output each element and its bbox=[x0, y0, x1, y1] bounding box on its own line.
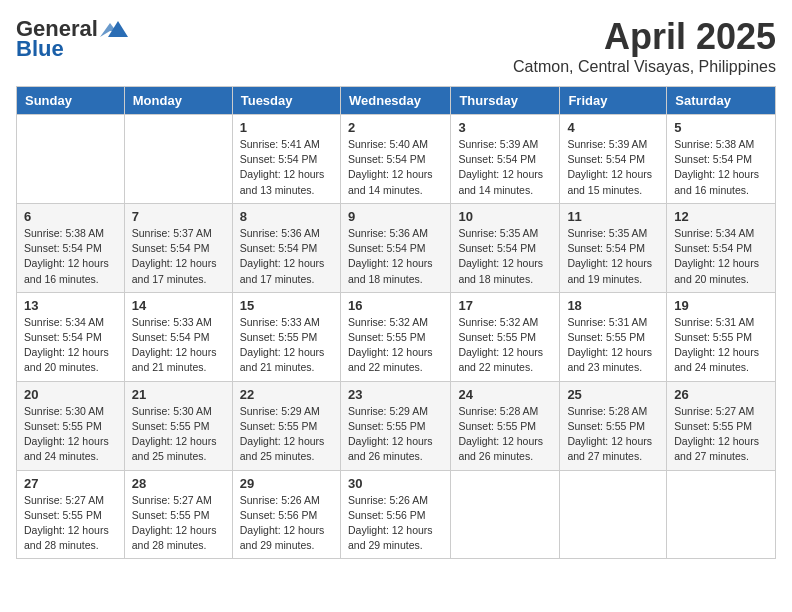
day-info: Sunrise: 5:26 AM Sunset: 5:56 PM Dayligh… bbox=[348, 493, 443, 554]
day-info: Sunrise: 5:29 AM Sunset: 5:55 PM Dayligh… bbox=[240, 404, 333, 465]
calendar-cell: 8Sunrise: 5:36 AM Sunset: 5:54 PM Daylig… bbox=[232, 203, 340, 292]
logo: General Blue bbox=[16, 16, 128, 62]
calendar-header-saturday: Saturday bbox=[667, 87, 776, 115]
day-info: Sunrise: 5:41 AM Sunset: 5:54 PM Dayligh… bbox=[240, 137, 333, 198]
day-info: Sunrise: 5:35 AM Sunset: 5:54 PM Dayligh… bbox=[567, 226, 659, 287]
calendar-cell: 3Sunrise: 5:39 AM Sunset: 5:54 PM Daylig… bbox=[451, 115, 560, 204]
day-number: 14 bbox=[132, 298, 225, 313]
day-number: 11 bbox=[567, 209, 659, 224]
day-number: 5 bbox=[674, 120, 768, 135]
calendar-cell: 24Sunrise: 5:28 AM Sunset: 5:55 PM Dayli… bbox=[451, 381, 560, 470]
calendar-cell: 29Sunrise: 5:26 AM Sunset: 5:56 PM Dayli… bbox=[232, 470, 340, 559]
calendar-cell: 28Sunrise: 5:27 AM Sunset: 5:55 PM Dayli… bbox=[124, 470, 232, 559]
calendar-cell: 11Sunrise: 5:35 AM Sunset: 5:54 PM Dayli… bbox=[560, 203, 667, 292]
day-number: 3 bbox=[458, 120, 552, 135]
day-number: 16 bbox=[348, 298, 443, 313]
day-info: Sunrise: 5:39 AM Sunset: 5:54 PM Dayligh… bbox=[567, 137, 659, 198]
location-title: Catmon, Central Visayas, Philippines bbox=[513, 58, 776, 76]
day-number: 1 bbox=[240, 120, 333, 135]
day-number: 17 bbox=[458, 298, 552, 313]
calendar-table: SundayMondayTuesdayWednesdayThursdayFrid… bbox=[16, 86, 776, 559]
calendar-header-wednesday: Wednesday bbox=[340, 87, 450, 115]
calendar-cell: 13Sunrise: 5:34 AM Sunset: 5:54 PM Dayli… bbox=[17, 292, 125, 381]
calendar-cell: 6Sunrise: 5:38 AM Sunset: 5:54 PM Daylig… bbox=[17, 203, 125, 292]
day-number: 12 bbox=[674, 209, 768, 224]
calendar-cell: 15Sunrise: 5:33 AM Sunset: 5:55 PM Dayli… bbox=[232, 292, 340, 381]
calendar-cell: 25Sunrise: 5:28 AM Sunset: 5:55 PM Dayli… bbox=[560, 381, 667, 470]
day-info: Sunrise: 5:30 AM Sunset: 5:55 PM Dayligh… bbox=[24, 404, 117, 465]
day-number: 28 bbox=[132, 476, 225, 491]
calendar-cell: 30Sunrise: 5:26 AM Sunset: 5:56 PM Dayli… bbox=[340, 470, 450, 559]
logo-blue-text: Blue bbox=[16, 36, 64, 62]
day-info: Sunrise: 5:38 AM Sunset: 5:54 PM Dayligh… bbox=[674, 137, 768, 198]
calendar-week-row: 20Sunrise: 5:30 AM Sunset: 5:55 PM Dayli… bbox=[17, 381, 776, 470]
calendar-cell: 18Sunrise: 5:31 AM Sunset: 5:55 PM Dayli… bbox=[560, 292, 667, 381]
day-number: 8 bbox=[240, 209, 333, 224]
calendar-week-row: 13Sunrise: 5:34 AM Sunset: 5:54 PM Dayli… bbox=[17, 292, 776, 381]
day-number: 6 bbox=[24, 209, 117, 224]
calendar-header-sunday: Sunday bbox=[17, 87, 125, 115]
day-info: Sunrise: 5:26 AM Sunset: 5:56 PM Dayligh… bbox=[240, 493, 333, 554]
day-info: Sunrise: 5:33 AM Sunset: 5:55 PM Dayligh… bbox=[240, 315, 333, 376]
day-info: Sunrise: 5:33 AM Sunset: 5:54 PM Dayligh… bbox=[132, 315, 225, 376]
day-number: 22 bbox=[240, 387, 333, 402]
page-header: General Blue April 2025 Catmon, Central … bbox=[16, 16, 776, 76]
day-info: Sunrise: 5:40 AM Sunset: 5:54 PM Dayligh… bbox=[348, 137, 443, 198]
day-number: 9 bbox=[348, 209, 443, 224]
day-number: 26 bbox=[674, 387, 768, 402]
calendar-cell: 14Sunrise: 5:33 AM Sunset: 5:54 PM Dayli… bbox=[124, 292, 232, 381]
calendar-week-row: 1Sunrise: 5:41 AM Sunset: 5:54 PM Daylig… bbox=[17, 115, 776, 204]
day-number: 18 bbox=[567, 298, 659, 313]
day-number: 2 bbox=[348, 120, 443, 135]
logo-icon bbox=[100, 19, 128, 39]
day-number: 27 bbox=[24, 476, 117, 491]
day-info: Sunrise: 5:31 AM Sunset: 5:55 PM Dayligh… bbox=[567, 315, 659, 376]
calendar-header-row: SundayMondayTuesdayWednesdayThursdayFrid… bbox=[17, 87, 776, 115]
day-info: Sunrise: 5:27 AM Sunset: 5:55 PM Dayligh… bbox=[132, 493, 225, 554]
day-number: 29 bbox=[240, 476, 333, 491]
day-number: 20 bbox=[24, 387, 117, 402]
month-title: April 2025 bbox=[513, 16, 776, 58]
calendar-header-thursday: Thursday bbox=[451, 87, 560, 115]
day-number: 21 bbox=[132, 387, 225, 402]
day-number: 10 bbox=[458, 209, 552, 224]
day-info: Sunrise: 5:35 AM Sunset: 5:54 PM Dayligh… bbox=[458, 226, 552, 287]
day-info: Sunrise: 5:36 AM Sunset: 5:54 PM Dayligh… bbox=[348, 226, 443, 287]
calendar-cell: 12Sunrise: 5:34 AM Sunset: 5:54 PM Dayli… bbox=[667, 203, 776, 292]
calendar-cell: 2Sunrise: 5:40 AM Sunset: 5:54 PM Daylig… bbox=[340, 115, 450, 204]
day-info: Sunrise: 5:28 AM Sunset: 5:55 PM Dayligh… bbox=[567, 404, 659, 465]
day-number: 24 bbox=[458, 387, 552, 402]
day-number: 25 bbox=[567, 387, 659, 402]
calendar-cell: 20Sunrise: 5:30 AM Sunset: 5:55 PM Dayli… bbox=[17, 381, 125, 470]
day-info: Sunrise: 5:36 AM Sunset: 5:54 PM Dayligh… bbox=[240, 226, 333, 287]
calendar-cell bbox=[124, 115, 232, 204]
calendar-cell bbox=[667, 470, 776, 559]
calendar-cell: 19Sunrise: 5:31 AM Sunset: 5:55 PM Dayli… bbox=[667, 292, 776, 381]
calendar-header-tuesday: Tuesday bbox=[232, 87, 340, 115]
calendar-header-friday: Friday bbox=[560, 87, 667, 115]
day-info: Sunrise: 5:39 AM Sunset: 5:54 PM Dayligh… bbox=[458, 137, 552, 198]
day-number: 13 bbox=[24, 298, 117, 313]
calendar-week-row: 27Sunrise: 5:27 AM Sunset: 5:55 PM Dayli… bbox=[17, 470, 776, 559]
day-info: Sunrise: 5:37 AM Sunset: 5:54 PM Dayligh… bbox=[132, 226, 225, 287]
calendar-cell: 10Sunrise: 5:35 AM Sunset: 5:54 PM Dayli… bbox=[451, 203, 560, 292]
calendar-cell: 17Sunrise: 5:32 AM Sunset: 5:55 PM Dayli… bbox=[451, 292, 560, 381]
calendar-cell: 22Sunrise: 5:29 AM Sunset: 5:55 PM Dayli… bbox=[232, 381, 340, 470]
calendar-cell: 9Sunrise: 5:36 AM Sunset: 5:54 PM Daylig… bbox=[340, 203, 450, 292]
day-number: 30 bbox=[348, 476, 443, 491]
day-info: Sunrise: 5:32 AM Sunset: 5:55 PM Dayligh… bbox=[458, 315, 552, 376]
calendar-header-monday: Monday bbox=[124, 87, 232, 115]
day-info: Sunrise: 5:32 AM Sunset: 5:55 PM Dayligh… bbox=[348, 315, 443, 376]
day-info: Sunrise: 5:27 AM Sunset: 5:55 PM Dayligh… bbox=[674, 404, 768, 465]
calendar-cell: 21Sunrise: 5:30 AM Sunset: 5:55 PM Dayli… bbox=[124, 381, 232, 470]
day-number: 7 bbox=[132, 209, 225, 224]
day-info: Sunrise: 5:30 AM Sunset: 5:55 PM Dayligh… bbox=[132, 404, 225, 465]
day-info: Sunrise: 5:38 AM Sunset: 5:54 PM Dayligh… bbox=[24, 226, 117, 287]
calendar-cell: 23Sunrise: 5:29 AM Sunset: 5:55 PM Dayli… bbox=[340, 381, 450, 470]
calendar-cell: 4Sunrise: 5:39 AM Sunset: 5:54 PM Daylig… bbox=[560, 115, 667, 204]
calendar-cell: 16Sunrise: 5:32 AM Sunset: 5:55 PM Dayli… bbox=[340, 292, 450, 381]
day-info: Sunrise: 5:29 AM Sunset: 5:55 PM Dayligh… bbox=[348, 404, 443, 465]
calendar-cell: 7Sunrise: 5:37 AM Sunset: 5:54 PM Daylig… bbox=[124, 203, 232, 292]
calendar-cell: 27Sunrise: 5:27 AM Sunset: 5:55 PM Dayli… bbox=[17, 470, 125, 559]
day-info: Sunrise: 5:34 AM Sunset: 5:54 PM Dayligh… bbox=[24, 315, 117, 376]
